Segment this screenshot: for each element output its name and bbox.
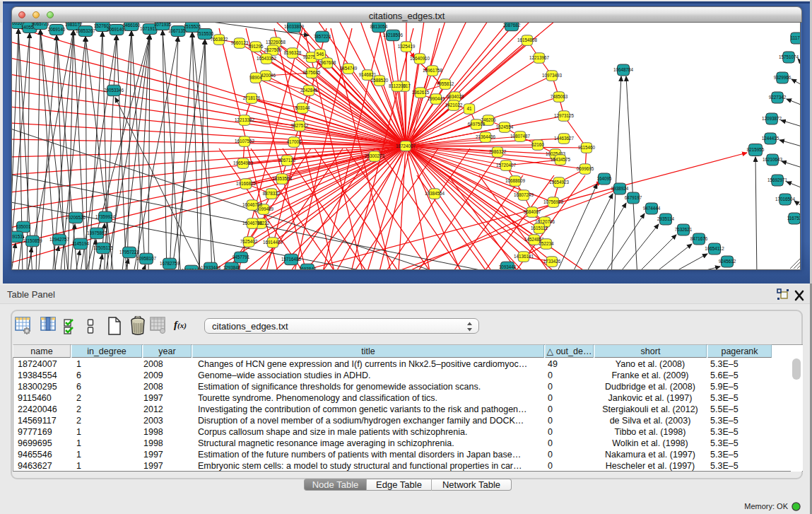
svg-text:9227342: 9227342 <box>769 95 787 100</box>
svg-text:8813054: 8813054 <box>370 24 388 29</box>
svg-text:1733426: 1733426 <box>543 259 561 264</box>
svg-text:19654923: 19654923 <box>549 180 570 185</box>
svg-text:535001: 535001 <box>16 224 31 229</box>
svg-text:12213382: 12213382 <box>235 117 255 122</box>
svg-text:1588520: 1588520 <box>371 78 389 83</box>
svg-text:1293848: 1293848 <box>223 265 241 270</box>
svg-text:8675685: 8675685 <box>303 70 321 75</box>
svg-text:3242848: 3242848 <box>300 88 318 93</box>
svg-text:2935114: 2935114 <box>657 216 675 221</box>
svg-text:2087682: 2087682 <box>503 23 521 28</box>
svg-text:252234: 252234 <box>539 241 554 246</box>
svg-text:10973493: 10973493 <box>542 73 563 78</box>
svg-text:62160: 62160 <box>531 142 544 147</box>
svg-text:7625402: 7625402 <box>240 239 258 244</box>
svg-text:2827509: 2827509 <box>264 47 282 52</box>
svg-text:18353584: 18353584 <box>272 176 293 181</box>
svg-text:3267130: 3267130 <box>278 158 296 163</box>
svg-text:7857224: 7857224 <box>314 34 331 39</box>
svg-text:11150859: 11150859 <box>23 238 42 243</box>
svg-text:891295: 891295 <box>248 44 264 49</box>
svg-text:19384554: 19384554 <box>425 191 445 196</box>
svg-text:10807487: 10807487 <box>510 134 531 139</box>
svg-text:8196328: 8196328 <box>284 50 302 55</box>
svg-text:16154808: 16154808 <box>517 37 538 42</box>
svg-text:12213967: 12213967 <box>529 55 550 60</box>
svg-text:10654112: 10654112 <box>705 246 724 251</box>
svg-text:9684067: 9684067 <box>524 209 541 214</box>
svg-text:16914479: 16914479 <box>263 240 283 245</box>
svg-text:7515526: 7515526 <box>184 24 201 29</box>
svg-text:9245612: 9245612 <box>719 259 736 264</box>
svg-text:7986322: 7986322 <box>489 149 507 154</box>
svg-text:12933448: 12933448 <box>201 265 221 270</box>
svg-text:98904: 98904 <box>249 75 262 80</box>
svg-text:17359924: 17359924 <box>95 214 116 219</box>
svg-text:546: 546 <box>317 52 324 57</box>
svg-text:6466160: 6466160 <box>123 23 141 28</box>
svg-text:10958107: 10958107 <box>136 256 157 261</box>
svg-text:21364436: 21364436 <box>476 134 496 139</box>
svg-text:8454749: 8454749 <box>340 66 358 71</box>
svg-text:15434575: 15434575 <box>551 157 571 162</box>
svg-text:1145194: 1145194 <box>72 241 90 246</box>
svg-text:1990443: 1990443 <box>428 96 445 101</box>
svg-text:16046788: 16046788 <box>242 221 263 226</box>
svg-text:6497508: 6497508 <box>468 122 486 127</box>
svg-text:8878332: 8878332 <box>263 191 281 196</box>
svg-text:12505135: 12505135 <box>93 245 114 250</box>
svg-text:7663822: 7663822 <box>211 37 228 42</box>
svg-text:9115460: 9115460 <box>578 145 596 150</box>
svg-text:20053346: 20053346 <box>104 88 124 93</box>
svg-text:11171: 11171 <box>791 35 801 40</box>
svg-text:9660123: 9660123 <box>231 40 249 45</box>
svg-text:116753: 116753 <box>787 216 801 221</box>
svg-text:417006: 417006 <box>286 139 302 144</box>
svg-text:17957223: 17957223 <box>119 250 140 255</box>
svg-text:9474444: 9474444 <box>643 206 661 211</box>
svg-text:16640910: 16640910 <box>410 56 430 61</box>
svg-text:7515536: 7515536 <box>196 31 214 36</box>
svg-text:19218506: 19218506 <box>383 33 404 37</box>
svg-text:16046788: 16046788 <box>242 202 263 207</box>
svg-text:9934028: 9934028 <box>447 94 464 99</box>
svg-text:9827512: 9827512 <box>291 123 309 128</box>
svg-text:16782759: 16782759 <box>160 261 180 266</box>
svg-text:16210643: 16210643 <box>763 157 783 162</box>
svg-text:9329966: 9329966 <box>774 75 792 80</box>
svg-text:803144: 803144 <box>295 105 310 110</box>
svg-text:13975867: 13975867 <box>87 230 107 235</box>
svg-text:8112203: 8112203 <box>389 83 406 88</box>
svg-text:15720407: 15720407 <box>496 163 517 168</box>
svg-text:1362615: 1362615 <box>412 90 430 95</box>
svg-text:9065723: 9065723 <box>32 23 49 26</box>
svg-text:10756928: 10756928 <box>543 199 564 204</box>
svg-text:6479197: 6479197 <box>625 195 642 200</box>
svg-text:0699695: 0699695 <box>577 166 594 171</box>
svg-text:39153: 39153 <box>12 234 23 239</box>
svg-text:14136141: 14136141 <box>514 254 534 259</box>
svg-text:2069140: 2069140 <box>48 27 66 32</box>
svg-text:1093448: 1093448 <box>499 264 517 269</box>
svg-text:8215955: 8215955 <box>747 147 765 152</box>
svg-text:20691406: 20691406 <box>107 27 127 32</box>
svg-text:16807249: 16807249 <box>514 192 534 197</box>
svg-text:7955812: 7955812 <box>437 81 454 86</box>
svg-text:10648784: 10648784 <box>613 67 634 72</box>
svg-text:19654983: 19654983 <box>233 160 254 165</box>
svg-text:7632621: 7632621 <box>675 227 693 232</box>
svg-text:41: 41 <box>466 106 472 111</box>
svg-text:8938924: 8938924 <box>611 186 629 191</box>
svg-text:10853267: 10853267 <box>76 28 96 33</box>
svg-text:18724007: 18724007 <box>396 144 416 148</box>
svg-text:16107552: 16107552 <box>235 139 255 144</box>
svg-text:13226058: 13226058 <box>266 40 286 45</box>
svg-text:20206526: 20206526 <box>66 215 86 220</box>
svg-text:1325419: 1325419 <box>398 44 416 49</box>
svg-text:15692971: 15692971 <box>767 177 788 182</box>
svg-text:1615112: 1615112 <box>531 226 548 230</box>
svg-text:16033809: 16033809 <box>284 24 305 29</box>
svg-text:1693848: 1693848 <box>299 267 317 270</box>
svg-text:1624554: 1624554 <box>496 124 514 129</box>
svg-text:2967608: 2967608 <box>319 60 336 65</box>
